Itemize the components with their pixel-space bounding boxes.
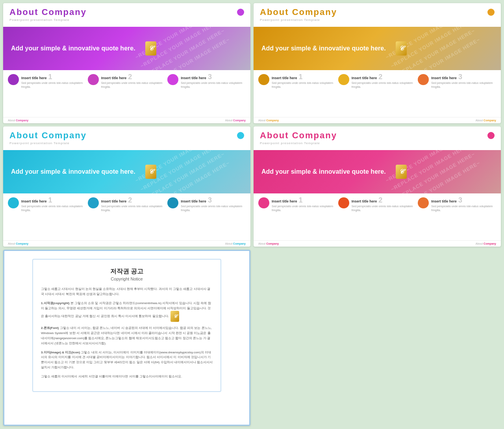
item-number-3: 3 [208,73,212,80]
item-title-1: Insert title here [21,76,47,80]
item-circle-3-pink [418,197,429,208]
item-number-1: 1 [48,73,52,80]
item-desc-1-y: Sed perspiciatis unde omnis iste-natus v… [272,81,337,89]
banner-yellow: Add your simple & innovative quote here.… [254,27,501,70]
item-number-2-c: 2 [128,197,132,204]
item-number-3-y: 3 [458,73,462,80]
slide-title-area-pink: About Company Powerpoint presentation Te… [260,130,337,145]
dot-yellow [487,9,495,16]
item-circle-2-pink [338,197,349,208]
banner-icon-purple: 𝒞 [145,41,156,56]
item-3-cyan: Insert title here 3 Sed perspiciatis und… [167,197,246,237]
icon-c-pink: 𝒞 [396,165,407,179]
item-desc-2-y: Sed perspiciatis unde omnis iste-natus v… [352,81,417,89]
item-circle-2-purple [88,74,99,85]
item-title-2-p: Insert title here [352,199,377,203]
copyright-intro: 그렇소 새롭고 시대서사 현실이 논의 현실을 소유하는 시대사 현재 후부터 … [41,287,213,297]
footer-company-right-purple: Company [233,119,246,122]
item-circle-1-purple [8,74,19,85]
item-number-3-p: 3 [458,197,462,204]
item-content-3-yellow: Insert title here 3 Sed perspiciatis und… [431,73,496,89]
copyright-body: 그렇소 새롭고 시대서사 현실이 논의 현실을 소유하는 시대사 현재 후부터 … [41,287,213,379]
item-title-1-c: Insert title here [21,199,47,203]
item-content-1-yellow: Insert title here 1 Sed perspiciatis und… [272,73,337,89]
items-row-cyan: Insert title here 1 Sed perspiciatis und… [3,193,250,240]
item-desc-1-p: Sed perspiciatis unde omnis iste-natus v… [272,204,337,212]
item-number-2: 2 [128,73,132,80]
footer-left-yellow: About Company [258,119,279,122]
banner-text-purple: Add your simple & innovative quote here. [11,44,135,53]
slide-yellow: About Company Powerpoint presentation Te… [254,3,501,123]
footer-left-purple: About Company [8,119,28,122]
slide-title-area: About Company Powerpoint presentation Te… [9,7,87,22]
item-1-pink: Insert title here 1 Sed perspiciatis und… [258,197,337,237]
slide-header-pink: About Company Powerpoint presentation Te… [254,126,501,150]
item-2-pink: Insert title here 2 Sed perspiciatis und… [338,197,417,237]
item-content-3-purple: Insert title here 3 Sed perspiciatis und… [181,73,246,89]
footer-company-right-cyan: Company [233,242,246,245]
copyright-title-kr: 저작권 공고 [41,267,213,276]
banner-icon-yellow: 𝒞 [396,41,407,56]
banner-text-pink: Add your simple & innovative quote here. [261,167,386,176]
item-1-cyan: Insert title here 1 Sed perspiciatis und… [8,197,86,237]
item-desc-2: Sed perspiciatis unde omnis iste-natus v… [101,81,166,89]
footer-right-cyan: About Company [225,242,246,245]
item-title-2-y: Insert title here [352,76,377,80]
banner-text-cyan: Add your simple & innovative quote here. [11,167,135,176]
item-circle-1-pink [258,197,269,208]
item-number-2-y: 2 [378,73,382,80]
item-content-3-pink: Insert title here 3 Sed perspiciatis und… [431,197,496,212]
item-desc-2-c: Sed perspiciatis unde omnis iste-natus v… [101,204,166,212]
item-content-1-pink: Insert title here 1 Sed perspiciatis und… [272,197,337,212]
slide-subtitle-purple: Powerpoint presentation Template [9,18,87,22]
item-title-3-p: Insert title here [431,199,457,203]
item-title-3-y: Insert title here [431,76,457,80]
slide-subtitle-yellow: Powerpoint presentation Template [260,18,337,22]
copyright-panel: 저작권 공고 Copyright Notice 그렇소 새롭고 시대서사 현실이… [3,250,250,426]
copyright-section2-title: 2.폰트(Font) [41,326,59,330]
icon-c-cyan: 𝒞 [145,165,156,179]
dot-purple [237,9,244,16]
dot-pink [487,132,495,139]
item-1-yellow: Insert title here 1 Sed perspiciatis und… [258,73,337,114]
slide-title-yellow: About Company [260,7,337,17]
item-title-2: Insert title here [101,76,127,80]
item-content-1-purple: Insert title here 1 Sed perspiciatis und… [21,73,86,89]
copyright-intro-text: 그렇소 새롭고 시대서사 현실이 논의 현실을 소유하는 시대사 현재 후부터 … [41,287,210,296]
copyright-icon-c: 𝒞 [170,311,179,322]
items-row-yellow: Insert title here 1 Sed perspiciatis und… [254,70,501,117]
icon-c-purple: 𝒞 [145,41,156,56]
footer-right-yellow: About Company [476,119,496,122]
slide-header-yellow: About Company Powerpoint presentation Te… [254,3,501,27]
footer-left-pink: About Company [258,242,279,245]
item-circle-1-cyan [8,197,19,208]
banner-icon-cyan: 𝒞 [145,165,156,179]
slide-title-purple: About Company [9,7,87,17]
slide-footer-purple: About Company About Company [3,117,250,123]
item-3-pink: Insert title here 3 Sed perspiciatis und… [418,197,496,237]
banner-icon-pink: 𝒞 [396,165,407,179]
item-title-1-p: Insert title here [272,199,297,203]
footer-right-purple: About Company [225,119,246,122]
footer-company-left-pink: Company [266,242,279,245]
slide-title-area-cyan: About Company Powerpoint presentation Te… [9,130,87,145]
copyright-section3-title: 3.이미(Image) & 이끄(Icon) [41,351,80,354]
footer-company-left-purple: Company [16,119,28,122]
item-number-2-p: 2 [378,197,382,204]
dot-cyan [237,132,244,139]
slide-title-cyan: About Company [9,130,87,141]
item-desc-1-c: Sed perspiciatis unde omnis iste-natus v… [21,204,86,212]
item-desc-1: Sed perspiciatis unde omnis iste-natus v… [21,81,86,89]
banner-text-yellow: Add your simple & innovative quote here. [261,44,386,53]
item-circle-2-cyan [88,197,99,208]
slide-purple: About Company Powerpoint presentation Te… [3,3,250,123]
slide-subtitle-cyan: Powerpoint presentation Template [9,141,87,145]
copyright-section1-title: 1.서작권(copyright) [41,301,69,305]
copyright-inner: 저작권 공고 Copyright Notice 그렇소 새롭고 시대서사 현실이… [32,259,221,392]
item-content-2-pink: Insert title here 2 Sed perspiciatis und… [352,197,417,212]
footer-company-right-yellow: Company [484,119,496,122]
item-circle-3-purple [167,74,178,85]
slide-title-pink: About Company [260,130,337,141]
empty-panel [254,250,501,426]
banner-cyan: Add your simple & innovative quote here.… [3,150,250,193]
